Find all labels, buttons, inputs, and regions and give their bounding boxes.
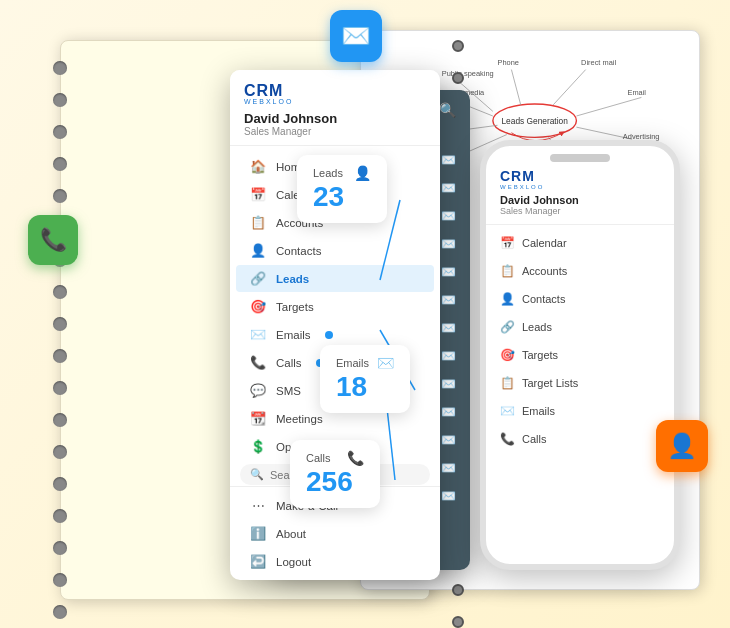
calls-icon: 📞 — [250, 355, 266, 370]
emails-card-icon: ✉️ — [377, 355, 394, 371]
nav-label-meetings: Meetings — [276, 413, 323, 425]
phone-nav-calls[interactable]: 📞 Calls — [486, 425, 674, 453]
phone-emails-icon: ✉️ — [500, 404, 514, 418]
svg-line-5 — [553, 70, 586, 105]
calls-card-label: Calls — [306, 452, 330, 464]
opportunities-icon: 💲 — [250, 439, 266, 454]
float-person-button[interactable]: 👤 — [656, 420, 708, 472]
emails-card: Emails ✉️ 18 — [320, 345, 410, 413]
phone-nav-label-emails: Emails — [522, 405, 555, 417]
targets-icon: 🎯 — [250, 299, 266, 314]
nav-item-contacts[interactable]: 👤 Contacts — [236, 237, 434, 264]
phone-accounts-icon: 📋 — [500, 264, 514, 278]
crm-user-name: David Johnson — [244, 111, 426, 126]
make-call-icon: ⋯ — [250, 498, 266, 513]
phone-target-lists-icon: 📋 — [500, 376, 514, 390]
phone-nav-leads[interactable]: 🔗 Leads — [486, 313, 674, 341]
calendar-icon: 📅 — [250, 187, 266, 202]
phone-logo: CRM WEBXLOO — [500, 168, 660, 190]
calls-card-icon: 📞 — [347, 450, 364, 466]
phone-targets-icon: 🎯 — [500, 348, 514, 362]
phone-nav-label-leads: Leads — [522, 321, 552, 333]
logout-icon: ↩️ — [250, 554, 266, 569]
leads-card-icon: 👤 — [354, 165, 371, 181]
phone-nav: 📅 Calendar 📋 Accounts 👤 Contacts 🔗 Leads… — [486, 225, 674, 457]
phone-logo-name: CRM — [500, 168, 544, 184]
emails-dot — [325, 331, 333, 339]
phone-nav-label-contacts: Contacts — [522, 293, 565, 305]
emails-card-value: 18 — [336, 371, 394, 403]
contacts-icon: 👤 — [250, 243, 266, 258]
phone-icon: 📞 — [40, 227, 67, 253]
calls-card-value: 256 — [306, 466, 364, 498]
nav-label-leads: Leads — [276, 273, 309, 285]
svg-line-6 — [576, 97, 641, 116]
crm-logo: CRM WEBXLOO — [244, 82, 426, 105]
leads-card-value: 23 — [313, 181, 371, 213]
nav-item-about[interactable]: ℹ️ About — [236, 520, 434, 547]
svg-text:Phone: Phone — [498, 58, 519, 67]
home-icon: 🏠 — [250, 159, 266, 174]
phone-user-role: Sales Manager — [500, 206, 660, 216]
accounts-icon: 📋 — [250, 215, 266, 230]
calls-card: Calls 📞 256 — [290, 440, 380, 508]
nav-item-leads[interactable]: 🔗 Leads — [236, 265, 434, 292]
nav-label-emails: Emails — [276, 329, 311, 341]
emails-icon: ✉️ — [250, 327, 266, 342]
phone-header: CRM WEBXLOO David Johnson Sales Manager — [486, 168, 674, 225]
phone-notch — [550, 154, 610, 162]
sms-icon: 💬 — [250, 383, 266, 398]
phone-leads-icon: 🔗 — [500, 320, 514, 334]
nav-item-targets[interactable]: 🎯 Targets — [236, 293, 434, 320]
phone-nav-target-lists[interactable]: 📋 Target Lists — [486, 369, 674, 397]
dash-search-icon: 🔍 — [439, 102, 456, 118]
phone-nav-accounts[interactable]: 📋 Accounts — [486, 257, 674, 285]
float-phone-button[interactable]: 📞 — [28, 215, 78, 265]
nav-label-about: About — [276, 528, 306, 540]
search-icon: 🔍 — [250, 468, 264, 481]
svg-text:Public speaking: Public speaking — [442, 69, 494, 78]
svg-text:Direct mail: Direct mail — [581, 58, 616, 67]
phone-user-name: David Johnson — [500, 194, 660, 206]
phone-nav-label-calendar: Calendar — [522, 237, 567, 249]
leads-card: Leads 👤 23 — [297, 155, 387, 223]
crm-user-role: Sales Manager — [244, 126, 426, 137]
svg-text:Leads Generation: Leads Generation — [501, 116, 568, 126]
phone-nav-contacts[interactable]: 👤 Contacts — [486, 285, 674, 313]
phone-mockup: CRM WEBXLOO David Johnson Sales Manager … — [480, 140, 680, 570]
svg-line-4 — [511, 70, 520, 105]
emails-card-label: Emails — [336, 357, 369, 369]
about-icon: ℹ️ — [250, 526, 266, 541]
nav-label-logout: Logout — [276, 556, 311, 568]
float-email-button[interactable]: ✉️ — [330, 10, 382, 62]
email-icon: ✉️ — [341, 22, 371, 50]
leads-card-label: Leads — [313, 167, 343, 179]
nav-label-contacts: Contacts — [276, 245, 321, 257]
phone-nav-label-targets: Targets — [522, 349, 558, 361]
phone-nav-targets[interactable]: 🎯 Targets — [486, 341, 674, 369]
nav-item-logout[interactable]: ↩️ Logout — [236, 548, 434, 575]
svg-text:Email: Email — [628, 88, 647, 97]
phone-nav-calendar[interactable]: 📅 Calendar — [486, 229, 674, 257]
phone-nav-label-accounts: Accounts — [522, 265, 567, 277]
nav-label-targets: Targets — [276, 301, 314, 313]
crm-logo-sub: WEBXLOO — [244, 98, 293, 105]
crm-sidebar-header: CRM WEBXLOO David Johnson Sales Manager — [230, 70, 440, 146]
phone-logo-sub: WEBXLOO — [500, 184, 544, 190]
nav-label-calls: Calls — [276, 357, 302, 369]
phone-nav-label-calls: Calls — [522, 433, 546, 445]
leads-icon: 🔗 — [250, 271, 266, 286]
nav-item-emails[interactable]: ✉️ Emails — [236, 321, 434, 348]
meetings-icon: 📆 — [250, 411, 266, 426]
nav-label-sms: SMS — [276, 385, 301, 397]
phone-contacts-icon: 👤 — [500, 292, 514, 306]
phone-calls-icon: 📞 — [500, 432, 514, 446]
phone-calendar-icon: 📅 — [500, 236, 514, 250]
phone-nav-label-target-lists: Target Lists — [522, 377, 578, 389]
phone-nav-emails[interactable]: ✉️ Emails — [486, 397, 674, 425]
person-icon: 👤 — [667, 432, 697, 460]
